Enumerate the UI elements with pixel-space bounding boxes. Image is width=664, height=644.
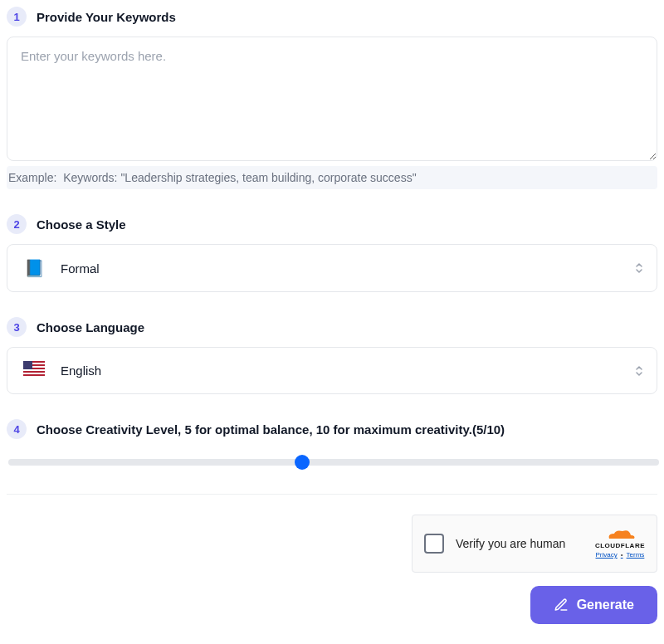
step1-number-badge: 1 <box>7 7 27 27</box>
svg-rect-3 <box>23 369 45 371</box>
chevron-up-down-icon <box>633 365 645 377</box>
step3-title: Choose Language <box>37 320 144 334</box>
language-section: 3 Choose Language English <box>7 317 657 394</box>
captcha-checkbox[interactable] <box>424 534 444 554</box>
captcha-privacy-link[interactable]: Privacy <box>596 551 618 559</box>
creativity-section: 4 Choose Creativity Level, 5 for optimal… <box>7 419 657 469</box>
captcha-terms-link[interactable]: Terms <box>627 551 645 559</box>
svg-rect-4 <box>23 373 45 374</box>
step2-header: 2 Choose a Style <box>7 214 657 234</box>
keywords-example: Example: Keywords: "Leadership strategie… <box>7 166 657 189</box>
language-select-value: English <box>61 363 101 378</box>
example-label: Example: <box>8 171 56 184</box>
example-text: Keywords: "Leadership strategies, team b… <box>63 171 417 184</box>
style-select-value: Formal <box>61 261 100 276</box>
captcha-brand-label: CLOUDFLARE <box>595 542 645 549</box>
creativity-slider[interactable] <box>8 459 659 466</box>
step2-title: Choose a Style <box>37 217 126 232</box>
svg-rect-5 <box>23 361 32 369</box>
language-select[interactable]: English <box>7 347 657 394</box>
generate-button-label: Generate <box>577 598 634 612</box>
generate-button[interactable]: Generate <box>530 586 657 624</box>
footer-actions: Verify you are human CLOUDFLARE Privacy … <box>7 515 657 624</box>
style-section: 2 Choose a Style 📘 Formal <box>7 214 657 292</box>
divider <box>7 494 657 495</box>
book-icon: 📘 <box>22 258 46 278</box>
step4-title: Choose Creativity Level, 5 for optimal b… <box>37 422 505 437</box>
captcha-links: Privacy • Terms <box>596 551 645 559</box>
style-select[interactable]: 📘 Formal <box>7 244 657 292</box>
creativity-slider-wrap <box>7 454 657 469</box>
step3-number-badge: 3 <box>7 317 27 337</box>
keywords-input[interactable] <box>7 37 657 161</box>
keywords-section: 1 Provide Your Keywords Example: Keyword… <box>7 7 657 189</box>
captcha-brand: CLOUDFLARE Privacy • Terms <box>595 529 645 559</box>
cloudflare-icon <box>604 529 636 540</box>
step4-number-badge: 4 <box>7 419 27 439</box>
captcha-widget[interactable]: Verify you are human CLOUDFLARE Privacy … <box>412 515 657 573</box>
chevron-up-down-icon <box>633 262 645 274</box>
step1-title: Provide Your Keywords <box>37 10 176 24</box>
captcha-text: Verify you are human <box>456 537 583 550</box>
step1-header: 1 Provide Your Keywords <box>7 7 657 27</box>
step4-header: 4 Choose Creativity Level, 5 for optimal… <box>7 419 657 439</box>
edit-icon <box>554 598 569 612</box>
step2-number-badge: 2 <box>7 214 27 234</box>
us-flag-icon <box>22 361 46 380</box>
step3-header: 3 Choose Language <box>7 317 657 337</box>
